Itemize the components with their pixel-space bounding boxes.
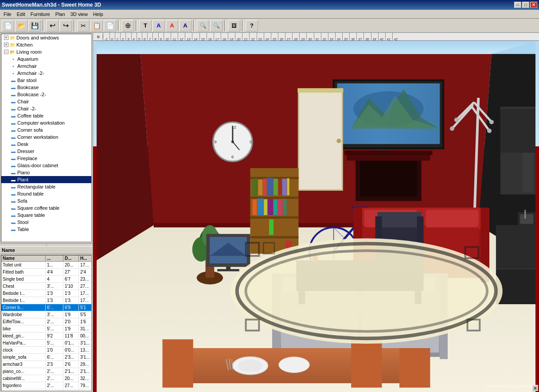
toolbar-help[interactable]: ?	[246, 20, 258, 31]
table-row[interactable]: frigonfero2'...27...79...☑	[1, 382, 91, 389]
minimize-button[interactable]: ─	[514, 2, 521, 8]
menu-furniture[interactable]: Furniture	[28, 11, 53, 18]
cell-h: 2'4	[79, 269, 92, 275]
tree-item-recttable[interactable]: ▬ Rectangular table	[1, 183, 91, 190]
tree-item-chair[interactable]: ▬ Chair	[1, 98, 91, 105]
table-row[interactable]: cabinetW...2'...20...32...☑	[1, 375, 91, 382]
maximize-button[interactable]: □	[522, 2, 529, 8]
cell-h: 29...	[79, 361, 92, 367]
table-row[interactable]: Single bed46'723...☑	[1, 276, 91, 283]
table-row[interactable]: Bedside t...1'31'317...☑	[1, 290, 91, 297]
toolbar-arrow-left[interactable]: A	[152, 20, 165, 31]
toolbar-add-furniture[interactable]: ⊕	[121, 20, 134, 31]
tree-category-living[interactable]: − 📂 Living room	[1, 48, 91, 55]
cell-name: Corner b...	[1, 305, 46, 310]
table-row[interactable]: kleed_gri...9'211'800...☑	[1, 333, 91, 340]
table-row[interactable]: EiffelTow...2'...2'01'6☑	[1, 318, 91, 325]
col-dot-header: ...	[46, 255, 63, 261]
tree-item-plant[interactable]: ▬ Plant	[1, 176, 91, 183]
toolbar-arrow-right[interactable]: A	[166, 20, 178, 31]
tree-item-armchair2[interactable]: ▪ Armchair -2-	[1, 70, 91, 77]
3d-scene[interactable]: 12 3 6 9	[93, 41, 539, 392]
expand-kitchen[interactable]: +	[4, 43, 8, 47]
menu-file[interactable]: File	[1, 11, 14, 18]
tree-view[interactable]: + 📁 Doors and windows + 📁 Kitchen − 📂 Li…	[1, 34, 92, 242]
tree-label-armchair: Armchair	[17, 63, 37, 69]
table-row-selected[interactable]: Corner b...6'...6'95'1☑	[1, 304, 91, 311]
tree-item-roundtable[interactable]: ▬ Round table	[1, 190, 91, 197]
toolbar-open[interactable]: 📂	[15, 20, 27, 31]
item-icon-fireplace: ▬	[10, 156, 16, 161]
cell-col2: 4	[46, 276, 63, 282]
cell-d: 6'7	[63, 276, 79, 282]
toolbar-copy[interactable]: 📋	[90, 20, 103, 31]
toolbar-zoom-in[interactable]: 🔍	[197, 20, 209, 31]
tree-item-fireplace[interactable]: ▬ Fireplace	[1, 155, 91, 162]
tree-item-bookcase2[interactable]: ▬ Bookcase -2-	[1, 91, 91, 98]
table-row[interactable]: HaiVanPa...5'...0'1...3'1...☑	[1, 340, 91, 347]
table-row[interactable]: bike5'...1'931...☑	[1, 325, 91, 333]
tree-item-aquarium[interactable]: ▪ Aquarium	[1, 55, 91, 63]
toolbar-cut[interactable]: ✂	[77, 20, 90, 31]
table-row[interactable]: Chest3'...1'1027...☑	[1, 283, 91, 290]
toolbar-text[interactable]: T	[139, 20, 152, 31]
table-row[interactable]: drawers2'62'29...☑	[1, 389, 91, 391]
cell-h: 17...	[79, 262, 92, 268]
menu-plan[interactable]: Plan	[53, 11, 68, 18]
tree-item-dresser[interactable]: ▬ Dresser	[1, 148, 91, 155]
table-row[interactable]: Bedside t...1'31'317...☑	[1, 297, 91, 304]
toolbar-camera[interactable]: 🖼	[228, 20, 240, 31]
menu-help[interactable]: Help	[90, 11, 106, 18]
svg-rect-122	[399, 348, 430, 388]
toolbar-zoom-out[interactable]: 🔍	[210, 20, 223, 31]
resize-corner-button[interactable]: ⊞	[532, 385, 538, 391]
tree-item-chair2[interactable]: ▬ Chair -2-	[1, 105, 91, 112]
expand-living[interactable]: −	[4, 50, 8, 54]
tree-item-squaretable[interactable]: ▬ Square table	[1, 212, 91, 219]
tree-item-squarecoffee[interactable]: ▬ Square coffee table	[1, 204, 91, 212]
table-row[interactable]: piano_co...2'...2'1...2'1...☑	[1, 368, 91, 375]
menu-edit[interactable]: Edit	[14, 11, 28, 18]
tree-category-doors[interactable]: + 📁 Doors and windows	[1, 34, 91, 41]
table-row[interactable]: Fitted bath4'427'2'4☑	[1, 269, 91, 276]
toolbar-undo[interactable]: ↩	[46, 20, 59, 31]
table-row[interactable]: Toilet unit1...20...17...☑	[1, 262, 91, 269]
cell-d: 2'1...	[63, 368, 79, 374]
furniture-table[interactable]: Name ... D... H... V... Toilet unit1...2…	[1, 255, 92, 391]
tree-label-cornersofa: Corner sofa	[17, 127, 43, 133]
tree-item-glassdoor[interactable]: ▬ Glass-door cabinet	[1, 162, 91, 169]
tree-item-armchair[interactable]: ▪ Armchair	[1, 63, 91, 70]
item-icon-recttable: ▬	[10, 184, 16, 189]
panel-divider[interactable]: ⋮	[0, 243, 93, 247]
toolbar-arrow-both[interactable]: A	[179, 20, 191, 31]
toolbar-save[interactable]: 💾	[28, 20, 41, 31]
tree-item-coffeetable[interactable]: ▬ Coffee table	[1, 112, 91, 119]
table-row[interactable]: clock1'00'0...13...☑	[1, 347, 91, 354]
tree-item-computerws[interactable]: ▬ Computer workstation	[1, 119, 91, 126]
expand-doors[interactable]: +	[4, 35, 8, 40]
tree-item-barstool[interactable]: ▬ Bar stool	[1, 77, 91, 84]
toolbar-redo[interactable]: ↪	[59, 20, 72, 31]
tree-item-desk[interactable]: ▬ Desk	[1, 141, 91, 148]
cell-name: Bedside t...	[1, 298, 46, 303]
tree-label-computerws: Computer workstation	[17, 120, 65, 125]
toolbar-new[interactable]: 📄	[2, 20, 14, 31]
cell-name: Wardrobe	[1, 312, 46, 318]
tree-item-cornersofa[interactable]: ▬ Corner sofa	[1, 126, 91, 133]
toolbar-paste[interactable]: 📄	[104, 20, 116, 31]
table-row[interactable]: simple_sofa6'...2'3...3'1...☑	[1, 354, 91, 361]
table-row[interactable]: Wardrobe3'...1'95'5☑	[1, 311, 91, 318]
toolbar-sep5	[193, 20, 195, 31]
tree-item-table[interactable]: ▬ Table	[1, 226, 91, 233]
close-button[interactable]: ✕	[530, 2, 537, 8]
tree-item-sofa[interactable]: ▬ Sofa	[1, 197, 91, 204]
svg-rect-51	[287, 178, 289, 196]
menu-3dview[interactable]: 3D view	[68, 11, 90, 18]
tree-item-stool[interactable]: ▬ Stool	[1, 219, 91, 226]
svg-text:3: 3	[250, 139, 252, 144]
tree-category-kitchen[interactable]: + 📁 Kitchen	[1, 41, 91, 48]
table-row[interactable]: armchair32'32'629...☑	[1, 361, 91, 368]
tree-item-piano[interactable]: ▬ Piano	[1, 169, 91, 176]
tree-item-bookcase[interactable]: ▬ Bookcase	[1, 84, 91, 91]
tree-item-cornerws[interactable]: ▬ Corner workstation	[1, 133, 91, 141]
